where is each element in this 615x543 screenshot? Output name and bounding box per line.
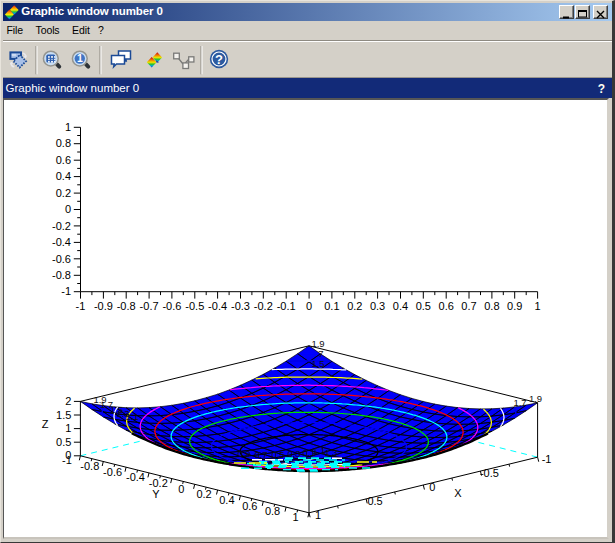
svg-text:-0.1: -0.1 bbox=[277, 300, 296, 312]
svg-text:-0.5: -0.5 bbox=[480, 467, 499, 479]
svg-text:-0.9: -0.9 bbox=[94, 300, 113, 312]
svg-text:-0.5: -0.5 bbox=[185, 300, 204, 312]
svg-text:0.5: 0.5 bbox=[271, 449, 284, 460]
svg-text:-0.8: -0.8 bbox=[80, 460, 99, 472]
svg-text:0.9: 0.9 bbox=[237, 448, 250, 459]
svg-text:0.2: 0.2 bbox=[56, 187, 71, 199]
svg-text:-1: -1 bbox=[542, 453, 552, 465]
svg-text:-0.4: -0.4 bbox=[126, 471, 145, 483]
svg-text:0.4: 0.4 bbox=[393, 300, 408, 312]
svg-text:0.9: 0.9 bbox=[507, 300, 522, 312]
svg-text:0.8: 0.8 bbox=[484, 300, 499, 312]
svg-text:-0.2: -0.2 bbox=[254, 300, 273, 312]
svg-text:0.7: 0.7 bbox=[254, 449, 267, 460]
svg-text:0.5: 0.5 bbox=[56, 436, 71, 448]
svg-text:1.9: 1.9 bbox=[529, 393, 542, 404]
svg-text:0.6: 0.6 bbox=[439, 300, 454, 312]
svg-text:0.4: 0.4 bbox=[219, 494, 234, 506]
svg-text:0.3: 0.3 bbox=[370, 300, 385, 312]
svg-text:0.5: 0.5 bbox=[416, 300, 431, 312]
svg-text:1.5: 1.5 bbox=[311, 358, 324, 369]
svg-text:0: 0 bbox=[178, 483, 184, 495]
svg-text:0.8: 0.8 bbox=[265, 505, 280, 517]
svg-text:-0.8: -0.8 bbox=[117, 300, 136, 312]
svg-text:-0.4: -0.4 bbox=[52, 236, 71, 248]
svg-text:-0.6: -0.6 bbox=[103, 466, 122, 478]
svg-text:-1: -1 bbox=[62, 454, 72, 466]
svg-text:0: 0 bbox=[306, 300, 312, 312]
svg-text:0.2: 0.2 bbox=[347, 300, 362, 312]
svg-text:1: 1 bbox=[65, 121, 71, 133]
svg-text:-0.7: -0.7 bbox=[140, 300, 159, 312]
svg-text:1.1: 1.1 bbox=[125, 411, 138, 422]
svg-text:0.6: 0.6 bbox=[242, 500, 257, 512]
svg-text:1: 1 bbox=[315, 509, 321, 521]
svg-text:0: 0 bbox=[429, 481, 435, 493]
svg-text:1.7: 1.7 bbox=[513, 397, 526, 408]
svg-text:-0.4: -0.4 bbox=[208, 300, 227, 312]
svg-text:-1: -1 bbox=[76, 300, 86, 312]
svg-text:-0.8: -0.8 bbox=[52, 269, 71, 281]
svg-text:0.4: 0.4 bbox=[56, 170, 71, 182]
svg-text:X: X bbox=[454, 487, 462, 499]
svg-text:1.5: 1.5 bbox=[56, 409, 71, 421]
svg-text:1: 1 bbox=[77, 52, 83, 64]
svg-text:1: 1 bbox=[292, 511, 298, 523]
svg-text:-0.3: -0.3 bbox=[231, 300, 250, 312]
svg-text:2: 2 bbox=[65, 395, 71, 407]
svg-text:-0.6: -0.6 bbox=[52, 253, 71, 265]
svg-text:0.2: 0.2 bbox=[196, 488, 211, 500]
svg-text:1.3: 1.3 bbox=[324, 447, 337, 458]
svg-text:Y: Y bbox=[152, 488, 160, 500]
svg-text:0.1: 0.1 bbox=[324, 300, 339, 312]
svg-text:0.5: 0.5 bbox=[367, 495, 382, 507]
svg-text:-0.6: -0.6 bbox=[162, 300, 181, 312]
svg-text:0.6: 0.6 bbox=[56, 154, 71, 166]
svg-text:0.7: 0.7 bbox=[461, 300, 476, 312]
svg-text:-1: -1 bbox=[61, 285, 71, 297]
svg-text:0: 0 bbox=[65, 203, 71, 215]
svg-text:-0.2: -0.2 bbox=[52, 220, 71, 232]
svg-text:0.3: 0.3 bbox=[287, 448, 300, 459]
svg-text:1: 1 bbox=[65, 422, 71, 434]
svg-text:?: ? bbox=[215, 52, 223, 67]
svg-text:Z: Z bbox=[42, 418, 49, 430]
svg-text:1: 1 bbox=[535, 300, 541, 312]
svg-text:0.8: 0.8 bbox=[56, 137, 71, 149]
